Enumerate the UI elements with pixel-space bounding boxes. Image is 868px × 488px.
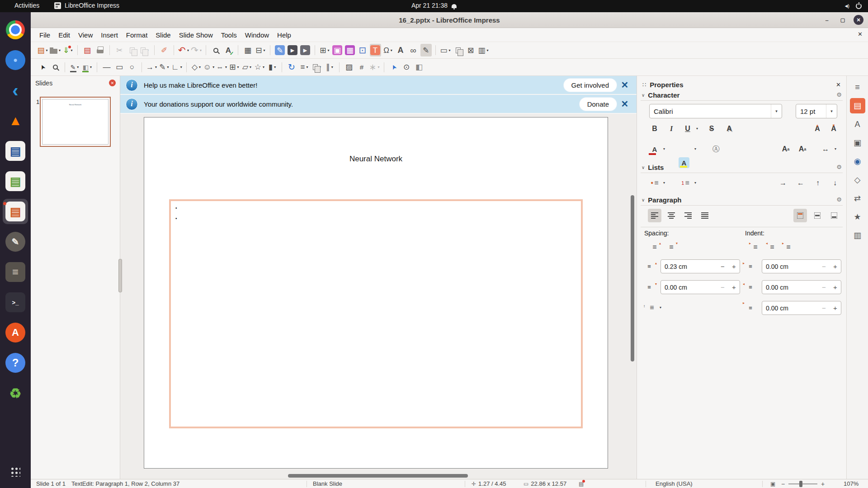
increase-indent-button[interactable]: ≡▸ (749, 240, 762, 254)
menu-help[interactable]: Help (273, 29, 295, 41)
special-character-icon[interactable]: Ω▾ (382, 44, 394, 56)
font-name-dropdown-icon[interactable] (771, 104, 782, 118)
undo-dropdown-icon[interactable]: ▾ (187, 48, 189, 52)
open-file-icon[interactable]: ▾ (50, 44, 61, 56)
distribute-dropdown-icon[interactable]: ▾ (331, 65, 333, 69)
spacing-above-minus-button[interactable]: − (717, 263, 728, 270)
slide-title-text[interactable]: Neural Network (144, 155, 608, 164)
unordered-list-button[interactable]: •≡ (648, 176, 661, 190)
delete-slide-icon[interactable]: ⊠ (465, 44, 476, 56)
section-paragraph[interactable]: Paragraph (641, 194, 843, 206)
dock-ubuntu-software-icon[interactable]: A (3, 320, 28, 345)
spacing-above-field[interactable]: 0.23 cm − + (660, 259, 740, 273)
zoom-out-button[interactable]: − (781, 480, 785, 488)
menu-window[interactable]: Window (241, 29, 273, 41)
shadow-icon[interactable]: ▨ (344, 61, 355, 74)
menu-tools[interactable]: Tools (217, 29, 241, 41)
font-color-button[interactable]: A (648, 142, 661, 156)
align-bottom-button[interactable] (827, 209, 841, 222)
infobar-close-icon[interactable] (617, 80, 633, 90)
font-name-combo[interactable]: Calibri (649, 104, 782, 118)
indent-before-minus-button[interactable]: − (818, 263, 830, 270)
insert-table-dropdown-icon[interactable]: ▾ (328, 48, 330, 52)
indent-after-field[interactable]: 0.00 cm − + (762, 280, 841, 294)
shapes-deck-icon[interactable]: ◇ (850, 172, 865, 188)
ordered-list-button[interactable]: 1≡ (679, 176, 692, 190)
increase-font-size-button[interactable]: A▴ (811, 122, 824, 136)
new-presentation-dropdown-icon[interactable]: ▾ (46, 48, 48, 52)
character-settings-gear-icon[interactable] (836, 91, 842, 98)
align-right-button[interactable] (681, 209, 695, 222)
bold-button[interactable]: B (648, 122, 661, 136)
dock-gimp-icon[interactable]: ✎ (3, 229, 28, 254)
align-objects-icon[interactable]: ≡▾ (299, 61, 310, 74)
slide-page[interactable]: Neural Network •• (144, 117, 608, 469)
dock-libreoffice-calc-icon[interactable]: ▤ (3, 169, 28, 194)
document-modified-icon[interactable]: ▤ (579, 481, 584, 487)
gallery-deck-icon[interactable]: ▣ (850, 135, 865, 150)
highlighting-dropdown-icon[interactable] (694, 147, 696, 151)
promote-button[interactable]: ← (794, 176, 807, 190)
bullet-item[interactable]: • (171, 212, 581, 225)
character-style-icon[interactable]: Ⓐ (709, 142, 723, 156)
distribute-icon[interactable]: ∥▾ (324, 61, 335, 74)
dock-terminal-icon[interactable]: >_ (3, 290, 28, 315)
strikethrough-button[interactable]: S (705, 122, 718, 136)
focused-app-menu[interactable]: LibreOffice Impress (54, 2, 119, 9)
menu-insert[interactable]: Insert (97, 29, 122, 41)
flowchart-shapes-dropdown-icon[interactable]: ▾ (237, 65, 239, 69)
superscript-button[interactable]: A (779, 142, 793, 156)
sidebar-close-icon[interactable] (836, 81, 841, 88)
font-size-combo[interactable]: 12 pt (796, 104, 837, 118)
basic-shapes-icon[interactable]: ◇▾ (191, 61, 202, 74)
save-icon[interactable]: ⇓▾ (62, 44, 74, 56)
vertical-scrollbar[interactable] (631, 195, 634, 361)
curves-polygons-icon[interactable]: ✎▾ (159, 61, 170, 74)
get-involved-button[interactable]: Get involved (564, 79, 617, 92)
line-spacing-button[interactable]: ≡↕ (645, 301, 659, 314)
indent-first-plus-button[interactable]: + (830, 304, 841, 312)
zoom-in-button[interactable]: + (821, 480, 825, 488)
paragraph-settings-gear-icon[interactable] (836, 196, 842, 203)
unordered-list-dropdown-icon[interactable] (663, 181, 665, 185)
indent-first-line-value[interactable]: 0.00 cm (762, 305, 818, 312)
italic-button[interactable]: I (665, 122, 678, 136)
panel-splitter-handle[interactable] (118, 259, 122, 292)
status-object-size[interactable]: ▭22.86 x 12.57 (524, 480, 566, 487)
hyperlink-icon[interactable]: ∞ (408, 44, 419, 56)
ordered-list-dropdown-icon[interactable] (694, 181, 696, 185)
lines-and-arrows-icon[interactable]: →▾ (146, 61, 157, 74)
volume-icon[interactable]: ◄) (844, 3, 849, 9)
slide-layout-dropdown-icon[interactable]: ▾ (487, 48, 489, 52)
star-shapes-icon[interactable]: ☆▾ (254, 61, 265, 74)
insert-image-icon[interactable]: ▣ (332, 44, 343, 56)
indent-after-minus-button[interactable]: − (818, 283, 830, 291)
activities-button[interactable]: Activities (12, 2, 42, 9)
fill-color-icon[interactable]: ◧▾ (82, 61, 93, 74)
menu-view[interactable]: View (74, 29, 97, 41)
zoom-icon[interactable] (50, 61, 61, 74)
dock-libreoffice-writer-icon[interactable]: ▤ (3, 138, 28, 164)
edit-points-icon[interactable]: ➤ (388, 61, 400, 74)
zoom-slider-thumb[interactable] (799, 481, 802, 487)
subscript-button[interactable]: A (796, 142, 809, 156)
block-arrows-icon[interactable]: ⇔▾ (216, 61, 227, 74)
animation-deck-icon[interactable]: ★ (850, 209, 865, 225)
image-filter-dropdown-icon[interactable]: ▾ (377, 65, 379, 69)
insert-chart-icon[interactable]: ⊡ (357, 44, 368, 56)
sidebar-menu-icon[interactable]: ≡ (850, 80, 865, 95)
sidebar-grip-icon[interactable] (642, 81, 646, 88)
indent-after-plus-button[interactable]: + (830, 283, 841, 291)
slide-transition-deck-icon[interactable]: ⇄ (850, 191, 865, 206)
print-icon[interactable] (94, 44, 106, 56)
show-draw-functions-icon[interactable]: ✎ (420, 44, 432, 56)
decrease-font-size-button[interactable]: A▾ (827, 122, 840, 136)
dock-system-monitor-icon[interactable]: ♻ (3, 380, 28, 406)
indent-before-value[interactable]: 0.00 cm (762, 263, 818, 270)
3d-objects-dropdown-icon[interactable]: ▾ (274, 65, 276, 69)
menu-slide[interactable]: Slide (151, 29, 175, 41)
dock-vlc-icon[interactable]: ▲ (3, 108, 28, 133)
zoom-slider[interactable] (788, 483, 817, 484)
character-spacing-button[interactable]: ↔ (819, 142, 832, 156)
horizontal-scrollbar[interactable] (288, 474, 468, 478)
